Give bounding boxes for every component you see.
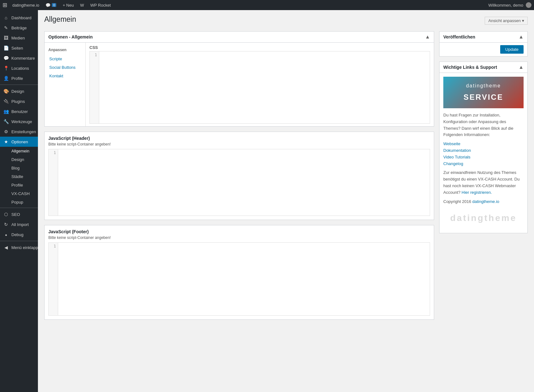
sidebar-label-einstellungen: Einstellungen <box>11 129 36 134</box>
adminbar-comments[interactable]: 💬 0 <box>43 0 59 10</box>
options-postbox-header: Optionen - Allgemein ▲ <box>45 32 434 43</box>
menu-separator-2 <box>0 208 38 208</box>
sidebar-item-kommentare[interactable]: 💬 Kommentare <box>0 53 38 63</box>
links-postbox: Wichtige Links & Support ▲ datingtheme S… <box>439 62 528 233</box>
submenu-allgemein[interactable]: Allgemein <box>0 147 38 155</box>
sidebar-label-design: Design <box>11 89 24 94</box>
options-postbox-title: Optionen - Allgemein <box>48 34 93 39</box>
view-customize-button[interactable]: Ansicht anpassen ▾ <box>485 17 528 25</box>
options-postbox: Optionen - Allgemein ▲ Anpassen Scripte … <box>44 31 434 127</box>
menu-separator-3 <box>0 241 38 241</box>
wp-content: ⌂ Dashboard ✎ Beiträge 🖼 Medien 📄 Seiten… <box>0 10 534 392</box>
adminbar-rocket[interactable]: WP Rocket <box>88 0 113 10</box>
css-textarea[interactable] <box>99 51 430 123</box>
main-panel: Optionen - Allgemein ▲ Anpassen Scripte … <box>44 31 434 325</box>
submenu-blog-label: Blog <box>11 166 20 170</box>
options-sidebar: Anpassen Scripte Social Buttons Kontakt <box>45 43 86 126</box>
submenu-blog[interactable]: Blog <box>0 164 38 172</box>
sidebar-item-design[interactable]: 🎨 Design <box>0 86 38 96</box>
css-editor: 1 <box>89 51 430 124</box>
submenu-staedte[interactable]: Städte <box>0 172 38 181</box>
publish-postbox-header: Veröffentlichen ▲ <box>440 32 527 43</box>
js-footer-line-numbers: 1 <box>49 243 58 315</box>
submenu-design-label: Design <box>11 157 24 162</box>
options-content: CSS 1 <box>86 43 434 126</box>
adminbar-new[interactable]: + Neu <box>60 0 76 10</box>
link-changelog[interactable]: Changelog <box>443 161 463 166</box>
service-banner-logo: datingtheme SERVICE <box>464 82 503 103</box>
admin-bar: ⊞ datingtheme.io 💬 0 + Neu W WP Rocket W… <box>0 0 534 10</box>
banner-service-text: SERVICE <box>464 91 503 103</box>
wp-logo-icon[interactable]: ⊞ <box>3 2 7 9</box>
sidebar-label-allimport: All Import <box>11 222 29 227</box>
seo-icon: ⬡ <box>3 212 9 217</box>
menu-separator-1 <box>0 85 38 85</box>
js-header-editor: 1 <box>48 149 430 216</box>
sidebar-item-einstellungen[interactable]: ⚙ Einstellungen <box>0 127 38 137</box>
sidebar-label-debug: Debug <box>11 232 23 237</box>
sidebar-item-werkzeuge[interactable]: 🔧 Werkzeuge <box>0 116 38 127</box>
sidebar-item-profile[interactable]: 👤 Profile <box>0 73 38 83</box>
adminbar-items: datingtheme.io 💬 0 + Neu W WP Rocket <box>10 0 488 10</box>
css-label: CSS <box>89 45 430 50</box>
comment-count: 0 <box>52 3 56 7</box>
adminbar-right: Willkommen, demo <box>488 2 531 8</box>
submenu-profile-label: Profile <box>11 183 23 187</box>
collapse-icon: ◀ <box>3 245 9 250</box>
link-register[interactable]: Hier registrieren. <box>462 190 492 195</box>
adminbar-site[interactable]: datingtheme.io <box>10 0 42 10</box>
copyright-link[interactable]: datingtheme.io <box>472 199 499 204</box>
options-layout: Anpassen Scripte Social Buttons Kontakt <box>45 43 434 126</box>
nav-item-social-buttons[interactable]: Social Buttons <box>45 63 85 72</box>
link-docs[interactable]: Dokumentation <box>443 148 471 153</box>
link-website[interactable]: Webseite <box>443 141 460 146</box>
submenu-vxcash[interactable]: VX-CASH <box>0 189 38 198</box>
update-button[interactable]: Update <box>500 45 524 54</box>
adminbar-wp[interactable]: W <box>77 0 86 10</box>
submenu-popup[interactable]: Popup <box>0 198 38 206</box>
links-title: Wichtige Links & Support <box>443 65 497 70</box>
submenu-staedte-label: Städte <box>11 174 23 179</box>
avatar <box>526 2 531 8</box>
sidebar-item-menu-toggle[interactable]: ◀ Menü einklappen <box>0 242 38 252</box>
werkzeuge-icon: 🔧 <box>3 119 9 124</box>
rocket-label: WP Rocket <box>90 3 111 8</box>
sidebar-label-seiten: Seiten <box>11 46 23 50</box>
sidebar-item-seo[interactable]: ⬡ SEO <box>0 209 38 219</box>
submenu-profile[interactable]: Profile <box>0 181 38 189</box>
sidebar-item-medien[interactable]: 🖼 Medien <box>0 33 38 43</box>
main-content: Allgemein Ansicht anpassen ▾ Optionen - … <box>38 10 534 392</box>
sidebar-item-beitraege[interactable]: ✎ Beiträge <box>0 23 38 33</box>
kommentare-icon: 💬 <box>3 56 9 61</box>
nav-item-kontakt[interactable]: Kontakt <box>45 72 85 80</box>
sidebar-item-plugins[interactable]: 🔌 Plugins <box>0 96 38 106</box>
publish-title: Veröffentlichen <box>443 34 475 39</box>
css-line-numbers: 1 <box>90 51 99 123</box>
optionen-icon: ★ <box>3 139 9 144</box>
wp-icon: W <box>80 3 84 8</box>
sidebar-item-optionen[interactable]: ★ Optionen <box>0 137 38 147</box>
submenu-popup-label: Popup <box>11 200 23 205</box>
js-footer-textarea[interactable] <box>58 243 430 315</box>
submenu-design[interactable]: Design <box>0 155 38 164</box>
side-panel: Veröffentlichen ▲ Update Wichtige Links … <box>439 31 528 238</box>
js-header-textarea[interactable] <box>58 149 430 216</box>
sidebar-item-benutzer[interactable]: 👥 Benutzer <box>0 106 38 116</box>
sidebar-item-dashboard[interactable]: ⌂ Dashboard <box>0 13 38 23</box>
nav-item-scripte[interactable]: Scripte <box>45 55 85 63</box>
comment-icon: 💬 <box>46 3 51 8</box>
sidebar-item-locations[interactable]: 📍 Locations <box>0 63 38 73</box>
beitraege-icon: ✎ <box>3 25 9 30</box>
plugins-icon: 🔌 <box>3 99 9 104</box>
options-sidebar-title: Anpassen <box>45 45 85 55</box>
sidebar-item-seiten[interactable]: 📄 Seiten <box>0 43 38 53</box>
sidebar-item-allimport[interactable]: ↻ All Import <box>0 219 38 229</box>
options-toggle-button[interactable]: ▲ <box>425 34 430 40</box>
js-footer-editor: 1 <box>48 242 430 316</box>
seiten-icon: 📄 <box>3 45 9 50</box>
sidebar-label-plugins: Plugins <box>11 99 25 104</box>
links-toggle-button[interactable]: ▲ <box>519 64 524 70</box>
sidebar-item-debug[interactable]: ⬥ Debug <box>0 229 38 240</box>
publish-toggle-button[interactable]: ▲ <box>519 34 524 40</box>
link-video[interactable]: Video Tutorials <box>443 155 470 159</box>
